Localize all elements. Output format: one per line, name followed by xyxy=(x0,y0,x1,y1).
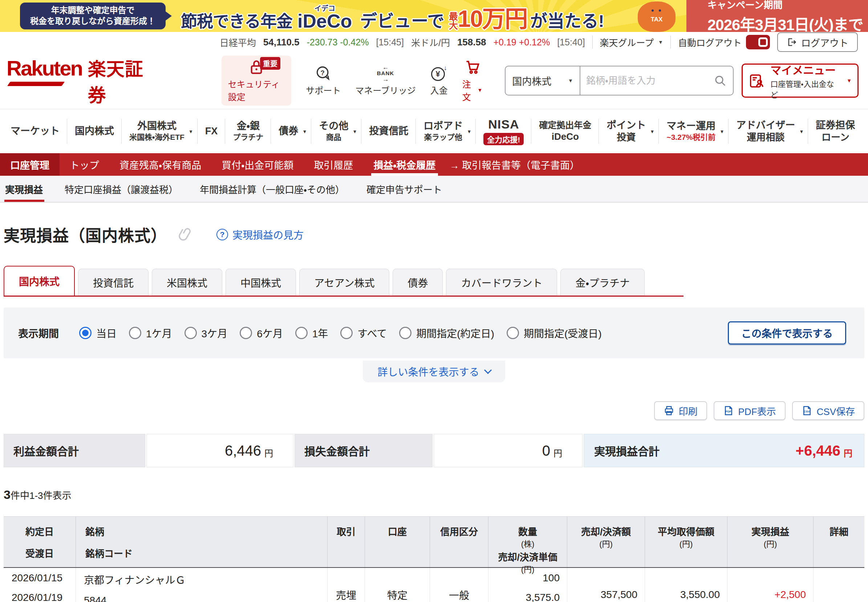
tab-china-stock[interactable]: 中国株式 xyxy=(226,269,296,296)
pdf-view-button[interactable]: PDF PDF表示 xyxy=(714,401,785,420)
deposit-button[interactable]: ↓ ¥ 入金 xyxy=(430,65,448,96)
nav-money-management[interactable]: マネー運用 ~3.27%税引前 ▼ xyxy=(659,109,728,153)
support-chat-icon: ? xyxy=(315,65,331,81)
cell-margin: 一般 xyxy=(430,568,489,602)
radio-icon[interactable] xyxy=(507,327,519,339)
my-menu-button[interactable]: マイメニュー 口座管理・入出金など ▼ xyxy=(742,63,859,98)
col-trade: 取引 xyxy=(327,517,365,567)
order-label: 注文 ▼ xyxy=(462,77,483,103)
deposit-label: 入金 xyxy=(430,83,448,96)
nav-other-products[interactable]: その他 商品 ▼ xyxy=(311,109,361,153)
nav-roboad[interactable]: ロボアド 楽ラップ他 ▼ xyxy=(416,109,476,153)
banner-headline-tail: が当たる! xyxy=(530,7,604,32)
svg-text:PDF: PDF xyxy=(725,410,731,413)
pl-help-link[interactable]: ? 実現損益の見方 xyxy=(217,227,304,242)
campaign-banner[interactable]: 年末調整や確定申告で 税金を取り戻しながら資産形成！ 節税できる年金 イデコ i… xyxy=(0,0,868,32)
realized-pl-total-label: 実現損益合計 xyxy=(594,442,659,459)
tab-gold-platinum[interactable]: 金・プラチナ xyxy=(561,269,645,296)
period-option-1year[interactable]: 1年 xyxy=(295,326,328,340)
nav-gold-platinum[interactable]: 金・銀 プラチナ xyxy=(225,109,271,153)
account-nav-top[interactable]: トップ xyxy=(60,153,109,176)
nav-advisor[interactable]: アドバイザー 運用相談 ▼ xyxy=(728,109,808,153)
tab-domestic-stock[interactable]: 国内株式 xyxy=(4,266,75,296)
account-nav-home[interactable]: 口座管理 xyxy=(0,153,60,176)
nav-market[interactable]: マーケット xyxy=(3,109,67,153)
period-option-range-trade-date[interactable]: 期間指定(約定日) xyxy=(399,326,494,340)
pl-summary-bar: 利益金額合計 6,446 円 損失金額合計 0 円 実現損益合計 +6,446 … xyxy=(4,434,864,467)
nav-securities-loan[interactable]: 証券担保 ローン xyxy=(808,109,863,153)
csv-save-button[interactable]: CSV CSV保存 xyxy=(792,401,864,420)
tab-bonds[interactable]: 債券 xyxy=(393,269,443,296)
chevron-down-icon: ▼ xyxy=(719,129,724,134)
banner-headline: 節税できる年金 イデコ iDeCo デビューで 最大 10万円 が当たる! xyxy=(181,0,604,32)
campaign-period: 2026年3月31日(火)まで xyxy=(707,12,868,32)
nav-ideco[interactable]: 確定拠出年金 iDeCo xyxy=(532,109,599,153)
tab-mutual-funds[interactable]: 投資信託 xyxy=(78,269,149,296)
apply-filter-button[interactable]: この条件で表示する xyxy=(728,321,846,345)
rakuten-securities-logo[interactable]: Rakuten 楽天証券 xyxy=(6,54,152,107)
radio-icon[interactable] xyxy=(399,327,412,339)
period-option-range-settle-date[interactable]: 期間指定(受渡日) xyxy=(507,326,602,340)
paperclip-icon[interactable] xyxy=(178,227,193,242)
table-header: 約定日 受渡日 銘柄 銘柄コード 取引 口座 信用区分 数量 (株) 売却/決済… xyxy=(4,516,864,567)
account-nav-trade-history[interactable]: 取引履歴 xyxy=(304,153,363,176)
subnav-tax-support[interactable]: 確定申告サポート xyxy=(356,176,453,202)
logout-label: ログアウト xyxy=(801,35,848,49)
radio-icon[interactable] xyxy=(295,327,307,339)
radio-icon[interactable] xyxy=(340,327,353,339)
radio-selected-icon[interactable] xyxy=(79,327,92,339)
tab-covered-warrant[interactable]: カバードワラント xyxy=(446,269,557,296)
banner-badge-line1: 年末調整や確定申告で xyxy=(30,5,155,16)
page-title-row: 実現損益（国内株式） ? 実現損益の見方 xyxy=(4,223,864,246)
rakuten-group-menu[interactable]: 楽天グループ ▼ xyxy=(600,35,663,49)
radio-icon[interactable] xyxy=(240,327,252,339)
nav-nisa[interactable]: NISA 全力応援! xyxy=(476,109,532,153)
period-option-today[interactable]: 当日 xyxy=(79,326,117,340)
cell-dates: 2026/01/15 2026/01/19 xyxy=(4,568,76,602)
period-option-6month[interactable]: 6ケ月 xyxy=(240,326,283,340)
order-button[interactable]: 注文 ▼ xyxy=(462,59,483,103)
search-category-select[interactable]: 国内株式 ▼ xyxy=(505,66,580,95)
nav-foreign-stock[interactable]: 外国株式 米国株・海外ETF ▼ xyxy=(122,109,198,153)
money-bridge-button[interactable]: ← BANK → マネーブリッジ xyxy=(355,65,416,96)
nav-point-invest[interactable]: ポイント 投資 ▼ xyxy=(599,109,659,153)
yen-unit: 円 xyxy=(553,446,562,459)
nav-domestic-stock[interactable]: 国内株式 xyxy=(67,109,122,153)
print-button[interactable]: 印刷 xyxy=(654,401,707,420)
security-settings-button[interactable]: 重要 セキュリティ設定 xyxy=(221,55,291,106)
nav-mutual-funds[interactable]: 投資信託 xyxy=(361,109,416,153)
search-input[interactable] xyxy=(580,66,714,95)
support-label: サポート xyxy=(306,83,341,96)
period-option-1month[interactable]: 1ケ月 xyxy=(129,326,172,340)
banner-max-label: 最大 xyxy=(448,12,457,30)
logout-icon xyxy=(787,37,797,47)
account-nav-report-link[interactable]: → 取引報告書等（電子書面） xyxy=(446,158,584,172)
search-icon[interactable] xyxy=(714,74,727,87)
profit-total-value: 6,446 円 xyxy=(146,434,293,467)
subnav-annual-pl[interactable]: 年間損益計算（一般口座・その他） xyxy=(189,176,356,202)
subnav-realized-pl[interactable]: 実現損益 xyxy=(5,176,54,202)
subnav-specific-account-pl[interactable]: 特定口座損益（譲渡益税） xyxy=(54,176,189,202)
radio-icon[interactable] xyxy=(184,327,197,339)
account-nav-pl-tax-history[interactable]: 損益・税金履歴 xyxy=(363,153,446,176)
asset-tabs: 国内株式 投資信託 米国株式 中国株式 アセアン株式 債券 カバードワラント 金… xyxy=(4,266,684,296)
banner-headline-mid: デビューで xyxy=(360,7,444,32)
logout-button[interactable]: ログアウト xyxy=(777,32,858,52)
tab-asean-stock[interactable]: アセアン株式 xyxy=(299,269,389,296)
nikkei-value: 54,110.5 xyxy=(263,37,300,48)
nav-fx[interactable]: FX xyxy=(198,109,226,153)
cell-detail xyxy=(814,568,864,602)
printer-icon xyxy=(664,405,674,416)
nav-bonds[interactable]: 債券 ▼ xyxy=(271,109,311,153)
account-nav-buying-power[interactable]: 買付・出金可能額 xyxy=(211,153,304,176)
col-quantity: 数量 (株) 売却/決済単価 (円) xyxy=(489,517,567,567)
radio-icon[interactable] xyxy=(129,327,141,339)
account-nav-balance[interactable]: 資産残高・保有商品 xyxy=(109,153,211,176)
active-indicator xyxy=(371,173,438,176)
tab-us-stock[interactable]: 米国株式 xyxy=(152,269,222,296)
show-detail-conditions-link[interactable]: 詳しい条件を表示する xyxy=(377,364,490,379)
auto-logout-toggle[interactable] xyxy=(746,35,770,49)
support-button[interactable]: ? サポート xyxy=(306,65,341,96)
period-option-all[interactable]: すべて xyxy=(340,326,387,340)
period-option-3month[interactable]: 3ケ月 xyxy=(184,326,228,340)
